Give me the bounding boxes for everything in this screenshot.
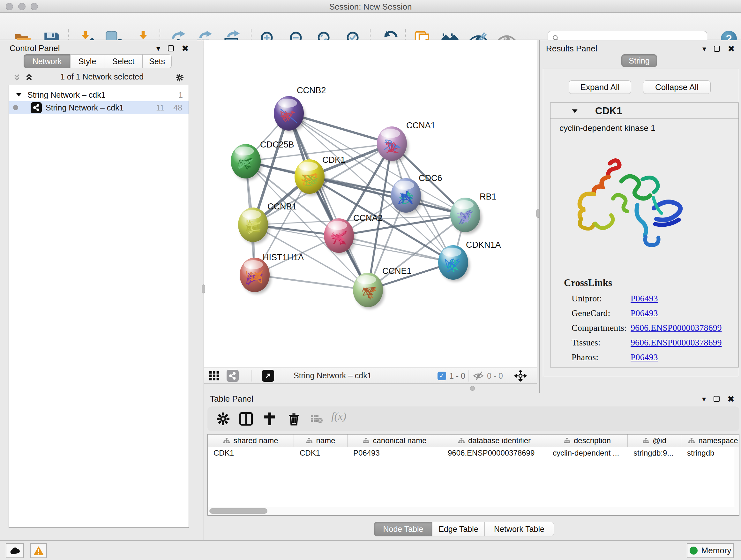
crosslink-value-link[interactable]: P06493 [630, 308, 658, 318]
network-collection-row[interactable]: String Network – cdk1 1 [9, 88, 189, 101]
control-panel-float-icon[interactable]: ▾ [156, 44, 160, 53]
network-tree: String Network – cdk1 1 String Network –… [9, 85, 189, 528]
crosslink-value-link[interactable]: 9606.ENSP00000378699 [630, 337, 722, 348]
network-canvas[interactable]: CCNB2CCNA1CDC25BCDK1CDC6RB1CCNB1CCNA2CDK… [204, 40, 537, 367]
tab-network[interactable]: Network [23, 54, 71, 68]
delete-table-icon[interactable] [310, 414, 323, 424]
table-cell[interactable]: 9606.ENSP00000378699 [442, 449, 547, 457]
table-cell[interactable]: cyclin-dependent ... [547, 449, 628, 457]
protein-detail-card: CDK1 cyclin-dependent kinase 1 [550, 103, 739, 368]
network-edge-CCNA2-CDKN1A[interactable] [339, 236, 453, 262]
table-settings-gear-icon[interactable] [216, 412, 230, 426]
crosslink-label: Compartments: [571, 323, 630, 333]
hidden-counts[interactable]: 0 - 0 [473, 370, 503, 381]
network-node-CDKN1A[interactable]: CDKN1A [438, 240, 501, 282]
table-panel: Table Panel ▾ ✖ f(x) shared namenamecano… [204, 393, 741, 540]
column-header-canonical-name[interactable]: canonical name [347, 435, 442, 447]
delete-column-icon[interactable] [286, 412, 301, 426]
column-type-icon [563, 437, 570, 444]
selected-counts[interactable]: ✓ 1 - 0 [437, 370, 465, 381]
tab-edge-table[interactable]: Edge Table [432, 522, 485, 537]
network-edge-CCNB2-CCNE1[interactable] [289, 113, 368, 290]
column-header-label: shared name [233, 436, 278, 445]
table-horizontal-scrollbar[interactable] [208, 507, 735, 515]
crosslink-value-link[interactable]: P06493 [630, 294, 658, 303]
collapse-arrow-icon[interactable] [15, 91, 22, 98]
control-panel-title: Control Panel [10, 44, 60, 53]
gear-icon[interactable] [175, 73, 185, 82]
crosslink-row: GeneCard:P06493 [571, 308, 731, 318]
tab-node-table[interactable]: Node Table [374, 522, 432, 537]
control-panel-close-icon[interactable]: ✖ [182, 44, 189, 53]
column-header-description[interactable]: description [547, 435, 628, 447]
crosslink-label: Pharos: [571, 352, 630, 362]
expand-all-button[interactable]: Expand All [569, 80, 631, 94]
column-header-namespace[interactable]: namespace [681, 435, 739, 447]
network-selection-status: 1 of 1 Network selected [0, 72, 204, 81]
network-node-CCNE1[interactable]: CCNE1 [353, 266, 412, 309]
column-type-icon [458, 437, 465, 444]
node-label-CDKN1A: CDKN1A [466, 240, 501, 250]
birds-eye-toggle-icon[interactable] [514, 370, 527, 381]
collapse-all-button[interactable]: Collapse All [643, 80, 711, 94]
table-panel-title: Table Panel [210, 394, 253, 404]
table-cell[interactable]: stringdb [681, 449, 739, 457]
table-cell[interactable]: CDK1 [208, 449, 294, 457]
string-style-icon[interactable] [226, 370, 239, 381]
table-cell[interactable]: CDK1 [294, 449, 347, 457]
table-panel-close-icon[interactable]: ✖ [727, 394, 735, 404]
tab-string[interactable]: String [621, 54, 657, 67]
column-header-label: @id [653, 436, 666, 445]
crosslink-value-link[interactable]: 9606.ENSP00000378699 [630, 323, 722, 333]
table-splitter-handle[interactable] [470, 386, 475, 391]
collapse-arrow-icon[interactable] [571, 107, 579, 115]
status-bar: Memory [0, 540, 741, 560]
grid-view-icon[interactable] [208, 370, 220, 381]
network-node-HIST1H1A[interactable]: HIST1H1A [240, 253, 304, 294]
results-panel-maximize-icon[interactable] [714, 46, 720, 52]
network-node-RB1[interactable]: RB1 [450, 192, 496, 234]
node-label-CCNA1: CCNA1 [406, 121, 435, 130]
tab-style[interactable]: Style [70, 54, 105, 68]
crosslink-label: Uniprot: [571, 294, 630, 304]
selected-checkbox-icon[interactable]: ✓ [437, 372, 446, 380]
function-builder-icon[interactable]: f(x) [331, 410, 357, 425]
column-header-name[interactable]: name [294, 435, 347, 447]
column-header-database-identifier[interactable]: database identifier [442, 435, 547, 447]
tab-sets[interactable]: Sets [142, 54, 172, 68]
scrollbar-thumb[interactable] [209, 508, 267, 514]
open-in-browser-icon[interactable] [262, 370, 274, 381]
results-panel-close-icon[interactable]: ✖ [728, 44, 735, 54]
table-cell[interactable]: stringdb:9... [628, 449, 681, 457]
results-panel-float-icon[interactable]: ▾ [702, 44, 706, 53]
column-header-shared-name[interactable]: shared name [208, 435, 294, 447]
crosslink-value-link[interactable]: P06493 [630, 352, 658, 362]
cloud-icon [9, 547, 21, 555]
table-cell[interactable]: P06493 [347, 449, 442, 457]
show-columns-icon[interactable] [239, 412, 253, 426]
crosslink-row: Pharos:P06493 [571, 352, 731, 362]
table-panel-maximize-icon[interactable] [714, 396, 720, 402]
table-row[interactable]: CDK1CDK1P064939606.ENSP00000378699cyclin… [208, 447, 739, 459]
column-header-@id[interactable]: @id [628, 435, 681, 447]
crosslink-row: Tissues:9606.ENSP00000378699 [571, 337, 731, 348]
network-edge-HIST1H1A-CCNE1[interactable] [255, 275, 368, 290]
memory-button[interactable]: Memory [687, 543, 734, 558]
network-row[interactable]: String Network – cdk1 11 48 [9, 101, 189, 114]
cloud-button[interactable] [6, 543, 24, 558]
protein-card-header[interactable]: CDK1 [550, 103, 738, 119]
left-splitter-handle[interactable] [202, 285, 205, 294]
tab-network-table[interactable]: Network Table [484, 522, 554, 537]
toolbar-separator [251, 370, 252, 381]
node-label-CDK1: CDK1 [322, 155, 345, 165]
add-column-icon[interactable] [262, 412, 277, 426]
table-vertical-scrollbar[interactable] [734, 447, 739, 515]
warning-icon [33, 546, 44, 556]
network-node-CCNB2[interactable]: CCNB2 [274, 85, 326, 132]
warning-button[interactable] [30, 543, 47, 558]
table-panel-float-icon[interactable]: ▾ [702, 395, 706, 403]
tab-select[interactable]: Select [104, 54, 143, 68]
control-panel-maximize-icon[interactable] [168, 45, 174, 51]
node-table: shared namenamecanonical namedatabase id… [207, 434, 739, 516]
column-type-icon [362, 437, 369, 444]
